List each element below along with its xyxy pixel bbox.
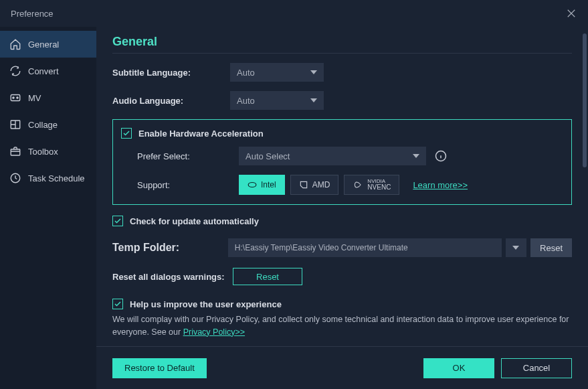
ok-button[interactable]: OK [423,358,494,378]
enable-hwaccel-checkbox[interactable] [121,128,132,139]
enable-hwaccel-label: Enable Hardware Acceleration [138,129,264,139]
footer: Restore to Default OK Cancel [96,346,588,389]
hardware-accel-group: Enable Hardware Acceleration Prefer Sele… [112,119,572,205]
sidebar-item-label: Task Schedule [28,173,85,183]
window-title: Preference [11,9,54,19]
gpu-amd-badge: AMD [290,175,339,195]
temp-folder-path[interactable]: H:\Eassiy Temp\Eassiy Video Converter Ul… [228,238,502,257]
close-icon[interactable] [565,7,577,19]
titlebar: Preference [0,0,588,27]
help-improve-checkbox[interactable] [112,299,123,309]
nvidia-icon [353,179,363,190]
temp-folder-label: Temp Folder: [112,242,228,254]
temp-folder-reset-button[interactable]: Reset [530,238,572,257]
audio-language-label: Audio Language: [112,96,230,106]
learn-more-link[interactable]: Learn more>> [413,180,468,190]
chevron-down-icon [512,246,519,250]
cancel-button[interactable]: Cancel [501,358,572,378]
svg-point-7 [248,183,256,187]
prefer-select-label: Prefer Select: [137,151,239,161]
temp-folder-browse-button[interactable] [506,238,526,257]
gpu-nvenc-badge: NVIDIA NVENC [344,175,399,195]
info-icon[interactable] [434,149,448,163]
sidebar-item-general[interactable]: General [0,31,96,58]
amd-icon [299,180,308,189]
main-content: General Subtitle Language: Auto Audio La… [96,27,588,346]
collage-icon [9,119,21,131]
chevron-down-icon [310,70,317,74]
check-update-checkbox[interactable] [112,216,123,226]
support-label: Support: [137,180,239,190]
sidebar-item-toolbox[interactable]: Toolbox [0,138,96,165]
intel-icon [248,180,257,189]
check-update-label: Check for update automatically [130,216,259,226]
check-icon [122,129,130,137]
restore-default-button[interactable]: Restore to Default [112,358,207,378]
check-icon [114,300,122,308]
sidebar: General Convert MV Collage Toolbox Task … [0,27,96,389]
subtitle-language-select[interactable]: Auto [230,63,324,82]
scrollbar[interactable] [583,33,587,328]
audio-language-select[interactable]: Auto [230,91,324,110]
sidebar-item-task-schedule[interactable]: Task Schedule [0,165,96,191]
sidebar-item-label: Collage [28,120,58,130]
reset-dialogs-button[interactable]: Reset [233,268,302,285]
reset-dialogs-label: Reset all dialogs warnings: [112,272,233,282]
sidebar-item-collage[interactable]: Collage [0,111,96,138]
prefer-select-value: Auto Select [246,151,290,161]
chevron-down-icon [310,98,317,102]
prefer-select-dropdown[interactable]: Auto Select [239,147,426,165]
home-icon [9,38,21,50]
schedule-icon [9,172,21,184]
section-title-general: General [112,35,572,54]
mv-icon [9,92,21,104]
sidebar-item-label: General [28,40,59,50]
audio-language-value: Auto [237,96,255,106]
sidebar-item-label: Toolbox [28,147,58,157]
subtitle-language-value: Auto [237,68,255,78]
convert-icon [9,65,21,77]
sidebar-item-convert[interactable]: Convert [0,58,96,84]
check-icon [114,217,122,225]
toolbox-icon [9,145,21,157]
sidebar-item-label: MV [28,93,41,103]
help-improve-label: Help us improve the user experience [130,299,282,309]
subtitle-language-label: Subtitle Language: [112,68,230,78]
svg-rect-4 [11,149,20,155]
gpu-intel-badge: Intel [239,175,285,195]
privacy-policy-link[interactable]: Privacy Policy>> [183,327,245,337]
sidebar-item-mv[interactable]: MV [0,84,96,111]
help-improve-text: We will complay with our Privacy Policy,… [112,313,572,339]
svg-point-2 [17,97,18,98]
sidebar-item-label: Convert [28,66,59,76]
svg-point-1 [13,97,14,98]
chevron-down-icon [413,154,419,158]
